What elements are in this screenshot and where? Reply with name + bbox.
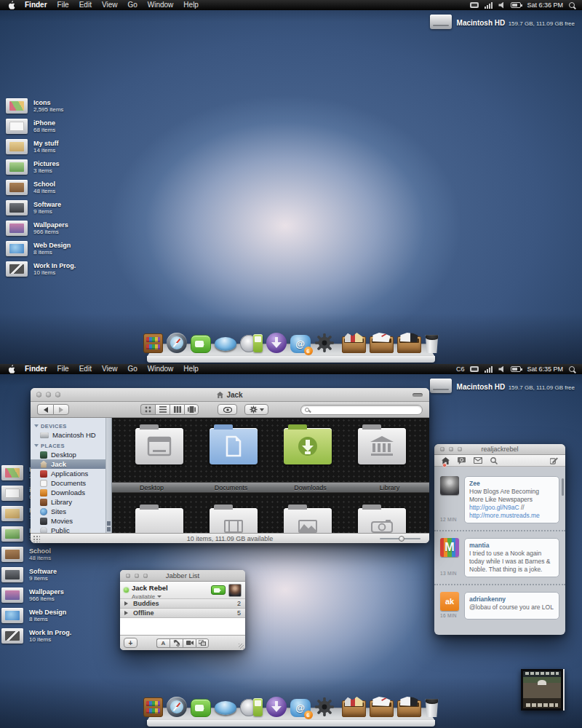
icon-size-slider[interactable]: [380, 538, 420, 539]
sidebar-item-desktop[interactable]: Desktop: [31, 450, 111, 459]
at-bubble-icon[interactable]: [290, 335, 311, 353]
menu-window[interactable]: Window: [143, 0, 179, 10]
gear-icon[interactable]: [314, 697, 335, 717]
tweet-author[interactable]: Zee: [469, 480, 554, 488]
folder-desktop[interactable]: [135, 428, 183, 464]
sidebar-item-applications[interactable]: Applications: [31, 469, 111, 478]
sidebar-item-jack[interactable]: Jack: [31, 459, 111, 469]
blue-pill-icon[interactable]: [215, 701, 236, 715]
wooden-box-papers-icon[interactable]: [370, 336, 394, 353]
screen-share-button[interactable]: [196, 638, 209, 648]
scrollbar[interactable]: [562, 478, 564, 496]
jabber-title-bar[interactable]: Jabber List: [120, 570, 245, 582]
wooden-box-papers-icon[interactable]: [370, 700, 394, 717]
group-row-buddies[interactable]: Buddies 2: [120, 599, 245, 609]
menu-window[interactable]: Window: [143, 364, 179, 374]
tweet-link[interactable]: http://goo.gl/N9aC: [469, 504, 519, 511]
trash-icon[interactable]: [425, 333, 439, 353]
sidebar-item-documents[interactable]: Documents: [31, 478, 111, 488]
sidebar-item-downloads[interactable]: Downloads: [31, 488, 111, 497]
desktop-folder-pictures[interactable]: Pictures3 items: [6, 159, 76, 175]
slider-knob[interactable]: [399, 536, 404, 542]
close-button[interactable]: [126, 574, 130, 578]
search-input[interactable]: [300, 405, 423, 415]
folder-documents[interactable]: [210, 428, 258, 464]
menu-app-name[interactable]: Finder: [20, 364, 52, 374]
input-source-icon[interactable]: [470, 366, 479, 372]
macintosh-hd-desktop-icon[interactable]: Macintosh HD 159.7 GB, 111.09 GB free: [430, 15, 575, 29]
desktop-folder-wallpapers[interactable]: Wallpapers966 items: [1, 587, 71, 603]
menu-file[interactable]: File: [52, 364, 74, 374]
tweet-item[interactable]: 13 MIN mantiaI tried to use a Nook again…: [439, 531, 561, 579]
spotlight-icon[interactable]: [569, 2, 575, 8]
wooden-box-media-icon[interactable]: [397, 336, 421, 353]
folder-partial-camera[interactable]: [358, 508, 406, 533]
mentions-tab[interactable]: [458, 457, 466, 464]
avatar[interactable]: [440, 592, 459, 611]
tweet-item[interactable]: 12 MIN ZeeHow Blogs Are Becoming More Li…: [439, 470, 561, 526]
menu-app-name[interactable]: Finder: [20, 0, 52, 10]
desktop-folder-school[interactable]: School48 items: [1, 546, 71, 562]
sidebar-item-movies[interactable]: Movies: [31, 516, 111, 526]
tweet-link[interactable]: http://more.mustreads.me: [469, 512, 540, 519]
menu-view[interactable]: View: [97, 0, 123, 10]
apple-menu[interactable]: [4, 1, 20, 9]
messages-tab[interactable]: [474, 457, 482, 464]
resize-grip[interactable]: [239, 644, 244, 649]
wooden-box-media-icon[interactable]: [397, 700, 421, 717]
spotlight-icon[interactable]: [569, 366, 575, 372]
avatar[interactable]: [440, 538, 459, 557]
add-buddy-button[interactable]: [124, 638, 137, 648]
action-gear-button[interactable]: [244, 404, 268, 415]
menu-help[interactable]: Help: [178, 364, 204, 374]
column-view-button[interactable]: [170, 404, 184, 415]
safari-compass-icon[interactable]: [167, 697, 187, 717]
desktop-folder-webdesign[interactable]: Web Design8 items: [6, 240, 76, 256]
video-chat-button[interactable]: [183, 638, 196, 648]
text-chat-button[interactable]: [156, 638, 170, 648]
purple-download-icon[interactable]: [266, 333, 287, 353]
signal-icon[interactable]: [485, 2, 493, 9]
desktop-folder-workinprog[interactable]: Work In Prog.10 items: [6, 261, 76, 277]
folder-partial-pictures[interactable]: [284, 508, 332, 533]
bookshelf-icon[interactable]: [143, 333, 163, 353]
icon-view-button[interactable]: [140, 404, 155, 415]
zoom-button[interactable]: [55, 392, 60, 397]
menu-edit[interactable]: Edit: [74, 0, 97, 10]
avatar[interactable]: [228, 584, 242, 597]
menu-view[interactable]: View: [97, 364, 123, 374]
desktop-folder-mystuff[interactable]: My stuff14 items: [6, 138, 76, 154]
zoom-button[interactable]: [143, 574, 148, 578]
sidebar-item-library[interactable]: Library: [31, 497, 111, 507]
volume-icon[interactable]: [498, 366, 505, 373]
close-button[interactable]: [440, 447, 445, 451]
desktop-folder-software[interactable]: Software9 items: [6, 199, 76, 215]
desktop-folder-workinprog[interactable]: Work In Prog.10 items: [1, 628, 71, 644]
desktop-folder-software[interactable]: Software9 items: [1, 566, 71, 582]
coverflow-view-button[interactable]: [184, 404, 199, 415]
sidebar-item-public[interactable]: Public: [31, 526, 111, 533]
sidebar-scrollbar[interactable]: [105, 418, 111, 533]
music-player-icon[interactable]: [240, 333, 263, 353]
video-call-button[interactable]: [211, 585, 226, 595]
toolbar-toggle-button[interactable]: [412, 393, 423, 397]
purple-download-icon[interactable]: [266, 697, 287, 717]
video-chat-icon[interactable]: [191, 699, 211, 717]
safari-compass-icon[interactable]: [167, 333, 187, 353]
input-source-icon[interactable]: [470, 2, 479, 8]
tweet-author[interactable]: adriankenny: [469, 596, 554, 604]
trash-icon[interactable]: [425, 697, 439, 717]
menu-help[interactable]: Help: [178, 0, 204, 10]
video-chat-icon[interactable]: [191, 335, 211, 353]
audio-chat-button[interactable]: [170, 638, 183, 648]
macintosh-hd-desktop-icon[interactable]: Macintosh HD 159.7 GB, 111.09 GB free: [430, 379, 575, 393]
wooden-box-tools-icon[interactable]: [342, 700, 366, 717]
sidebar-item-sites[interactable]: Sites: [31, 507, 111, 516]
twitter-title-bar[interactable]: realjackrebel: [434, 444, 565, 455]
folder-downloads[interactable]: [284, 428, 332, 464]
battery-icon[interactable]: [511, 2, 521, 8]
folder-partial[interactable]: [135, 508, 183, 533]
folder-partial-movies[interactable]: [210, 508, 258, 533]
battery-icon[interactable]: [511, 366, 521, 372]
apple-menu[interactable]: [4, 365, 20, 373]
